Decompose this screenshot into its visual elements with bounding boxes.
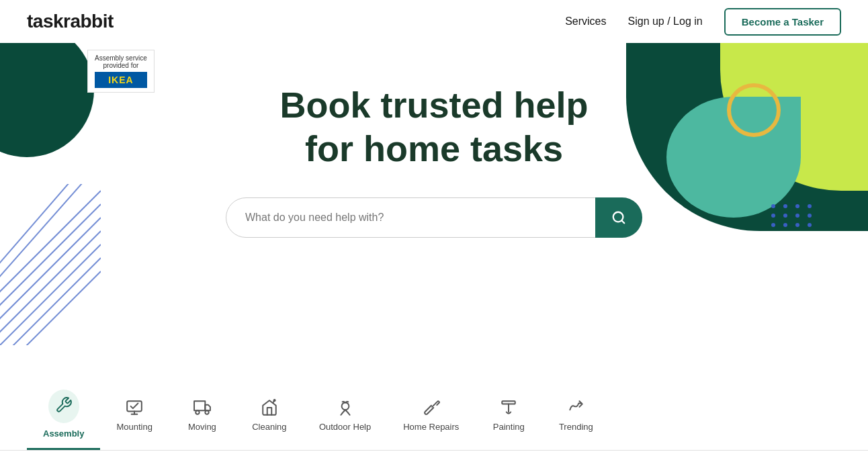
category-assembly[interactable]: Assembly [27, 381, 100, 450]
home-repairs-label: Home Repairs [403, 422, 459, 432]
trending-icon [567, 399, 584, 416]
assembly-label: Assembly [43, 428, 84, 439]
category-painting[interactable]: Painting [475, 391, 542, 441]
category-moving[interactable]: Moving [169, 391, 236, 441]
services-link[interactable]: Services [565, 15, 606, 28]
svg-line-7 [0, 258, 101, 345]
cleaning-icon [261, 399, 278, 416]
category-trending[interactable]: Trending [542, 391, 609, 441]
quick-links-bar: General Furniture Assembly IKEA Assembly… [0, 451, 868, 454]
moving-icon [193, 399, 211, 416]
svg-point-16 [196, 410, 199, 414]
bg-gold-circle [727, 83, 781, 137]
hero-title: Book trusted help for home tasks [279, 83, 588, 171]
painting-label: Painting [493, 422, 525, 432]
assembly-icon [55, 396, 73, 414]
main-nav: Services Sign up / Log in Become a Taske… [565, 8, 841, 36]
outdoor-icon [337, 399, 354, 416]
category-tabs: Assembly Mounting Moving Cleaning [0, 381, 868, 451]
hero-content: Book trusted help for home tasks [279, 83, 588, 171]
hero-section: Assembly service provided for IKEA Book … [0, 43, 868, 365]
svg-point-19 [341, 402, 349, 410]
mounting-label: Mounting [116, 422, 152, 432]
hero-title-line1: Book trusted help [279, 85, 588, 125]
become-tasker-button[interactable]: Become a Tasker [724, 8, 841, 36]
ikea-badge-line2: provided for [95, 62, 147, 69]
outdoor-label: Outdoor Help [319, 422, 371, 432]
svg-line-1 [0, 218, 101, 332]
category-mounting[interactable]: Mounting [100, 391, 168, 441]
svg-line-3 [0, 191, 101, 305]
blue-stripes-decoration [0, 184, 101, 345]
category-outdoor[interactable]: Outdoor Help [303, 391, 387, 441]
ikea-logo: IKEA [95, 72, 147, 88]
ikea-badge: Assembly service provided for IKEA [87, 50, 155, 93]
svg-line-0 [0, 231, 101, 345]
svg-rect-14 [194, 401, 205, 410]
bg-dark-circle [0, 43, 94, 157]
painting-icon [500, 399, 517, 416]
ikea-badge-line1: Assembly service [95, 54, 147, 62]
category-home-repairs[interactable]: Home Repairs [387, 391, 475, 441]
svg-line-10 [621, 220, 624, 223]
search-bar [226, 197, 642, 238]
svg-line-2 [0, 204, 101, 318]
cleaning-label: Cleaning [252, 422, 286, 432]
site-header: taskrabbit Services Sign up / Log in Bec… [0, 0, 868, 43]
bg-dots-grid [771, 204, 814, 227]
moving-label: Moving [188, 422, 216, 432]
search-button[interactable] [595, 197, 642, 238]
hero-title-line2: for home tasks [305, 128, 563, 169]
svg-point-17 [205, 410, 208, 414]
mounting-icon [126, 399, 143, 416]
search-input[interactable] [226, 197, 642, 238]
signup-link[interactable]: Sign up / Log in [628, 15, 703, 28]
logo[interactable]: taskrabbit [27, 11, 114, 32]
home-repairs-icon [423, 399, 440, 416]
search-icon [611, 210, 626, 225]
svg-marker-15 [205, 404, 210, 410]
category-cleaning[interactable]: Cleaning [236, 391, 303, 441]
trending-label: Trending [559, 422, 593, 432]
